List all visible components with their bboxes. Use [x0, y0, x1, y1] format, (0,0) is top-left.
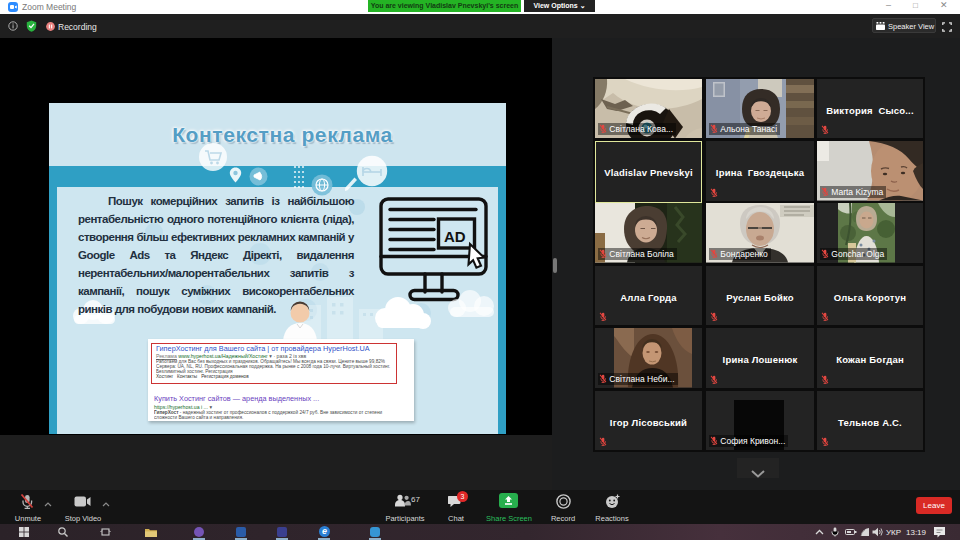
svg-text:AD: AD [444, 228, 466, 245]
